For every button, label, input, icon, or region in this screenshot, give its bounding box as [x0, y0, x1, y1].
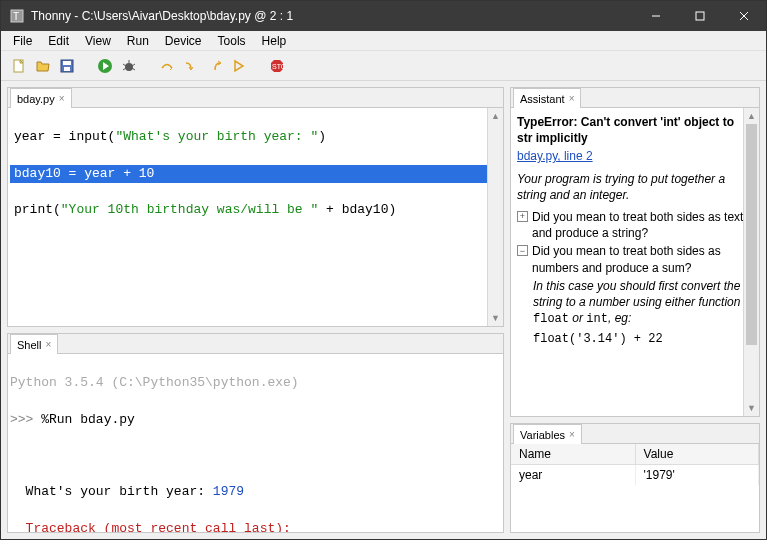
svg-text:STOP: STOP — [272, 63, 285, 70]
save-file-icon[interactable] — [57, 56, 77, 76]
assistant-error-link[interactable]: bday.py, line 2 — [517, 149, 593, 163]
svg-point-11 — [125, 63, 133, 71]
menu-view[interactable]: View — [77, 32, 119, 50]
collapse-icon[interactable]: − — [517, 245, 528, 256]
assistant-detail: In this case you should first convert th… — [533, 278, 749, 328]
variables-body: Name Value year '1979' — [511, 444, 759, 485]
editor-tabbar: bday.py × — [8, 88, 503, 108]
shell-panel: Shell × Python 3.5.4 (C:\Python35\python… — [7, 333, 504, 533]
close-icon[interactable]: × — [569, 93, 575, 104]
assistant-scrollbar[interactable]: ▲ ▼ — [743, 108, 759, 416]
assistant-tab-label: Assistant — [520, 93, 565, 105]
stop-icon[interactable]: STOP — [267, 56, 287, 76]
variables-panel: Variables × Name Value year '1979' — [510, 423, 760, 533]
menu-file[interactable]: File — [5, 32, 40, 50]
titlebar: T Thonny - C:\Users\Aivar\Desktop\bday.p… — [1, 1, 766, 31]
window-title: Thonny - C:\Users\Aivar\Desktop\bday.py … — [31, 9, 634, 23]
variables-col-value[interactable]: Value — [635, 444, 758, 465]
new-file-icon[interactable] — [9, 56, 29, 76]
menubar: File Edit View Run Device Tools Help — [1, 31, 766, 51]
variables-col-name[interactable]: Name — [511, 444, 635, 465]
shell-body[interactable]: Python 3.5.4 (C:\Python35\python.exe) >>… — [8, 354, 503, 532]
step-over-icon[interactable] — [157, 56, 177, 76]
var-value: '1979' — [635, 465, 758, 486]
close-button[interactable] — [722, 1, 766, 31]
editor-body[interactable]: year = input("What's your birth year: ")… — [8, 108, 503, 326]
editor-tab-label: bday.py — [17, 93, 55, 105]
editor-panel: bday.py × year = input("What's your birt… — [7, 87, 504, 327]
assistant-tabbar: Assistant × — [511, 88, 759, 108]
assistant-suggestion: Did you mean to treat both sides as numb… — [532, 243, 749, 275]
close-icon[interactable]: × — [569, 429, 575, 440]
menu-help[interactable]: Help — [254, 32, 295, 50]
highlighted-line: bday10 = year + 10 — [10, 165, 501, 183]
menu-device[interactable]: Device — [157, 32, 210, 50]
toolbar: STOP — [1, 51, 766, 81]
scroll-up-icon[interactable]: ▲ — [744, 108, 759, 124]
step-out-icon[interactable] — [205, 56, 225, 76]
assistant-example: float('3.14') + 22 — [533, 331, 749, 347]
variables-tab[interactable]: Variables × — [513, 424, 582, 444]
svg-text:T: T — [13, 11, 19, 22]
scroll-down-icon[interactable]: ▼ — [744, 400, 759, 416]
open-file-icon[interactable] — [33, 56, 53, 76]
close-icon[interactable]: × — [59, 93, 65, 104]
assistant-suggestion: Did you mean to treat both sides as text… — [532, 209, 749, 241]
scroll-up-icon[interactable]: ▲ — [488, 108, 503, 124]
assistant-body: TypeError: Can't convert 'int' object to… — [511, 108, 759, 353]
assistant-tab[interactable]: Assistant × — [513, 88, 581, 108]
maximize-button[interactable] — [678, 1, 722, 31]
step-into-icon[interactable] — [181, 56, 201, 76]
svg-rect-9 — [64, 67, 70, 71]
content-area: bday.py × year = input("What's your birt… — [1, 81, 766, 539]
menu-run[interactable]: Run — [119, 32, 157, 50]
assistant-panel: Assistant × TypeError: Can't convert 'in… — [510, 87, 760, 417]
shell-tab[interactable]: Shell × — [10, 334, 58, 354]
run-icon[interactable] — [95, 56, 115, 76]
close-icon[interactable]: × — [45, 339, 51, 350]
shell-tab-label: Shell — [17, 339, 41, 351]
assistant-error-title: TypeError: Can't convert 'int' object to… — [517, 114, 749, 146]
debug-icon[interactable] — [119, 56, 139, 76]
editor-scrollbar[interactable]: ▲ ▼ — [487, 108, 503, 326]
editor-tab[interactable]: bday.py × — [10, 88, 72, 108]
minimize-button[interactable] — [634, 1, 678, 31]
app-icon: T — [9, 8, 25, 24]
svg-rect-8 — [63, 61, 71, 65]
menu-tools[interactable]: Tools — [210, 32, 254, 50]
expand-icon[interactable]: + — [517, 211, 528, 222]
var-name: year — [511, 465, 635, 486]
shell-tabbar: Shell × — [8, 334, 503, 354]
assistant-intro: Your program is trying to put together a… — [517, 171, 749, 203]
svg-rect-3 — [696, 12, 704, 20]
resume-icon[interactable] — [229, 56, 249, 76]
menu-edit[interactable]: Edit — [40, 32, 77, 50]
variables-tabbar: Variables × — [511, 424, 759, 444]
table-row[interactable]: year '1979' — [511, 465, 759, 486]
scroll-down-icon[interactable]: ▼ — [488, 310, 503, 326]
variables-tab-label: Variables — [520, 429, 565, 441]
